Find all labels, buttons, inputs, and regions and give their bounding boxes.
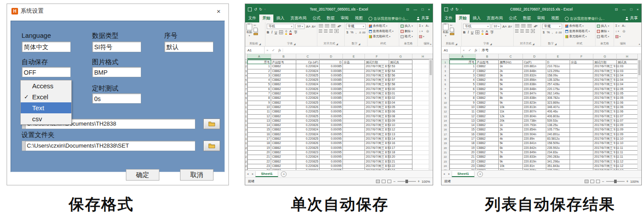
delete-cells-button[interactable]: 删除▾ [401,29,416,33]
cell[interactable]: 序号 [449,60,476,64]
tab-file[interactable]: 文件 [442,14,456,22]
select-all-corner[interactable] [442,54,449,59]
minimize-icon[interactable]: — [413,7,417,11]
sheet-nav-left-icon[interactable]: ◂ [245,172,250,176]
cancel-entry-icon[interactable]: × [461,48,467,52]
cell[interactable]: Cp(F) [523,60,546,64]
decimal-icons[interactable]: .0 .00 [359,31,365,34]
maximize-icon[interactable]: □ [630,7,632,11]
browse-save-folder-button[interactable] [203,119,220,129]
tell-me-box[interactable]: 告诉我您想要做什么... [366,16,411,22]
share-button[interactable]: 共享 [625,15,641,22]
align-right-icon[interactable] [329,29,333,33]
merge-center-icon[interactable] [335,29,339,33]
zoom-out-icon[interactable]: − [602,179,604,184]
column-header[interactable]: E [343,54,365,59]
timer-test-field[interactable]: 0s [92,93,141,104]
format-as-table-button[interactable]: 套用表格格式▾ [565,29,594,33]
cell[interactable]: 测试日期 [593,60,617,64]
page-break-view-icon[interactable] [596,180,600,183]
column-header[interactable]: C [296,54,320,59]
cell[interactable]: 0.220824 [296,168,320,170]
align-center-icon[interactable] [324,29,328,33]
ok-button[interactable]: 确定 [126,169,159,181]
copy-icon[interactable] [450,28,454,32]
align-middle-icon[interactable] [521,24,526,28]
excel-titlebar[interactable]: ↺ ↻ ▾ C8862_20170607_091015.xls - Excel … [442,4,641,14]
cancel-button[interactable]: 取消 [180,169,213,181]
orientation-icon[interactable]: ◢▾ [337,24,341,28]
cell[interactable] [570,168,593,170]
cell[interactable]: C8862 [476,168,499,170]
name-box[interactable]: A1 [245,47,265,54]
tab-data[interactable]: 数据 [520,14,534,22]
tab-page-layout[interactable]: 页面布局 [484,14,506,22]
fill-button[interactable]: ↓▾ ◎ [419,29,433,33]
column-header[interactable]: E [546,54,570,59]
zoom-in-icon[interactable]: + [626,179,629,184]
decimal-icons[interactable]: .0 .00 [555,31,562,34]
cell[interactable]: 378.239u [546,168,570,170]
percent-icon[interactable]: % [547,30,550,34]
clear-button[interactable]: ▾ [419,34,433,39]
page-layout-view-icon[interactable] [382,180,386,183]
tab-review[interactable]: 审阅 [534,14,548,22]
enter-entry-icon[interactable]: ✓ [270,48,277,52]
cell[interactable]: 测试员 [389,60,412,64]
cell[interactable]: D [546,60,570,64]
excel-titlebar[interactable]: ↺ ↻ ▾ Test_20170607_085001.xls - Excel ⊡… [245,4,433,14]
align-top-icon[interactable] [515,24,519,28]
sheet-nav-right-icon[interactable]: ▸ [447,172,452,176]
align-top-icon[interactable] [319,24,323,28]
tab-insert[interactable]: 插入 [470,14,484,22]
ribbon-options-icon[interactable]: ⊡ [406,7,409,11]
insert-cells-button[interactable]: 插入▾ [597,24,612,28]
set-folder-field[interactable]: C:\Users\czxin\Documents\TH2838\SET [22,141,195,151]
column-header[interactable]: G [593,54,617,59]
page-break-view-icon[interactable] [387,180,391,183]
paste-button[interactable]: 粘贴 ▾ [443,24,449,37]
column-header[interactable]: C [499,54,523,59]
serial-field[interactable]: 默认 [164,41,213,52]
grow-font-icon[interactable]: A˄ [502,25,507,29]
sort-filter-icon[interactable]: A↓ [622,24,626,28]
enter-entry-icon[interactable]: ✓ [467,48,473,52]
align-left-icon[interactable] [319,29,322,33]
tab-page-layout[interactable]: 页面布局 [287,14,309,22]
data-type-field[interactable]: SI符号 [92,41,141,52]
formula-input[interactable]: 序号 [479,48,641,53]
number-format-select[interactable]: 常规▾ [542,24,562,29]
insert-function-icon[interactable]: fx [473,48,479,52]
insert-function-icon[interactable]: fx [276,48,283,52]
cell-styles-button[interactable]: 单元格样式▾ [565,34,594,39]
conditional-formatting-button[interactable]: 条件格式▾ [565,24,594,28]
maximize-icon[interactable]: □ [421,7,423,11]
italic-icon[interactable]: I [271,30,272,34]
phonetic-icon[interactable]: 字 [294,30,298,35]
sort-filter-icon[interactable]: A↓ [426,24,429,28]
close-icon[interactable]: × [428,7,430,11]
accounting-format-icon[interactable]: $ [346,30,348,34]
orientation-icon[interactable]: ◢▾ [534,24,537,28]
cell[interactable]: C8862 [271,168,296,170]
normal-view-icon[interactable] [585,180,589,183]
find-select-icon[interactable]: ◎ [622,29,625,33]
phonetic-icon[interactable]: 字 [490,30,494,35]
close-icon[interactable]: × [213,7,224,16]
cut-icon[interactable]: ✂ [254,24,258,27]
cell[interactable]: 11k [499,168,523,170]
column-header[interactable]: H [617,54,638,59]
column-header[interactable]: B [271,54,296,59]
zoom-level[interactable]: 100% [630,180,639,184]
cell[interactable]: D [320,60,343,64]
cell[interactable]: 220.806n [523,168,546,170]
dialog-titlebar[interactable]: H 系统设置 × [7,4,228,18]
tab-view[interactable]: 视图 [548,14,562,22]
insert-cells-button[interactable]: 插入▾ [401,24,416,28]
align-bottom-icon[interactable] [331,24,335,28]
cell[interactable]: 2017/6/7/周三 8:53:24 [365,168,389,170]
italic-icon[interactable]: I [467,30,469,34]
browse-set-folder-button[interactable] [203,141,220,151]
column-header[interactable]: A [247,54,271,59]
cell[interactable]: 分选 [343,60,365,64]
